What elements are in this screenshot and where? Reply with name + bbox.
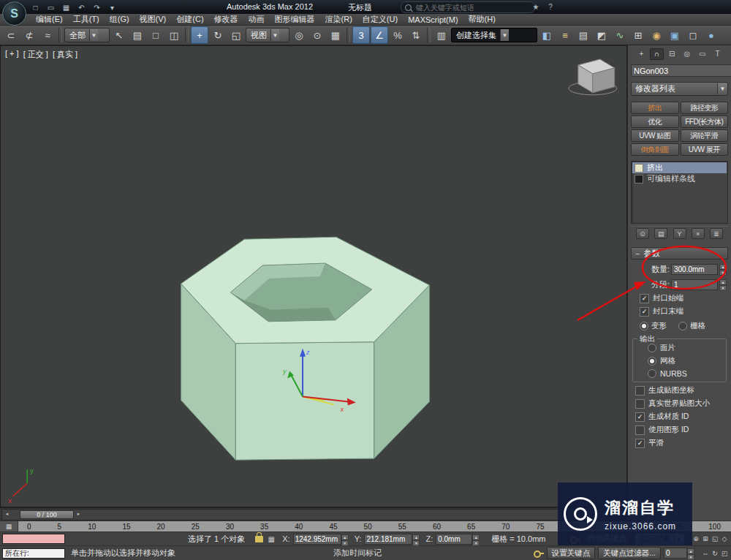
macro-recorder-field[interactable] xyxy=(2,534,65,544)
viewport-menu-shading[interactable]: [ 真实 ] xyxy=(53,49,77,60)
set-keys-icon[interactable] xyxy=(570,536,580,542)
unlink-selection-icon[interactable]: ⊄ xyxy=(20,26,38,44)
menu-help[interactable]: 帮助(H) xyxy=(463,13,501,26)
amount-field[interactable] xyxy=(671,264,718,275)
check-row[interactable]: 生成贴图坐标 xyxy=(635,385,728,396)
align-icon[interactable]: ≡ xyxy=(556,26,574,44)
search-input[interactable] xyxy=(414,3,531,12)
time-slider-track[interactable]: ◄ 0 / 100 ► xyxy=(1,509,626,521)
menu-edit[interactable]: 编辑(E) xyxy=(31,13,68,26)
show-end-result-icon[interactable]: ▤ xyxy=(654,228,667,239)
fov-icon[interactable]: ◇ xyxy=(720,534,729,545)
menu-group[interactable]: 组(G) xyxy=(105,13,135,26)
radio-row[interactable]: NURBS xyxy=(648,369,726,378)
select-object-icon[interactable]: ↖ xyxy=(110,26,128,44)
modifier-button-2[interactable]: 优化 xyxy=(631,116,679,128)
previous-frame-icon[interactable]: ◄ xyxy=(4,511,10,518)
modifier-list-dropdown[interactable]: 修改器列表 ▼ xyxy=(631,82,728,96)
save-file-icon[interactable]: ▦ xyxy=(60,1,72,14)
named-selection-combo[interactable]: 创建选择集▼ xyxy=(451,28,537,42)
application-menu-button[interactable]: S xyxy=(2,1,26,26)
modifier-button-7[interactable]: UVW 展开 xyxy=(681,143,729,156)
viewport[interactable]: z x y x y [ + xyxy=(0,45,627,507)
project-menu-icon[interactable]: ▾ xyxy=(106,1,118,14)
add-time-tag-button[interactable]: 添加时间标记 xyxy=(333,548,382,559)
listener-field[interactable]: 所在行: xyxy=(2,548,65,559)
rendered-frame-icon[interactable]: ◻ xyxy=(684,26,702,44)
snap-toggle-3d-icon[interactable]: 3 xyxy=(352,26,370,44)
open-file-icon[interactable]: ▭ xyxy=(45,1,57,14)
frame-number-field[interactable] xyxy=(664,548,687,559)
select-by-name-icon[interactable]: ▤ xyxy=(129,26,146,44)
z-coord-field[interactable] xyxy=(436,534,472,545)
schematic-view-icon[interactable]: ⊞ xyxy=(629,26,647,44)
spinner-arrows[interactable]: ▲▼ xyxy=(412,534,420,544)
make-unique-icon[interactable]: Y xyxy=(673,228,686,239)
check-row[interactable]: ✓封口末端 xyxy=(640,306,728,317)
ribbon-toggle-icon[interactable]: ◩ xyxy=(593,26,610,44)
new-scene-icon[interactable]: □ xyxy=(29,1,42,14)
mirror-icon[interactable]: ◧ xyxy=(538,26,556,44)
modifier-button-4[interactable]: UVW 贴图 xyxy=(631,129,679,142)
tab-create[interactable]: + xyxy=(635,48,648,60)
track-bar[interactable]: ▦ 05101520253035404550556065707580859095… xyxy=(0,521,731,532)
parameters-rollout-header[interactable]: − 参数 xyxy=(631,247,728,260)
radio-item[interactable]: 变形 xyxy=(640,321,667,331)
help-icon[interactable]: ? xyxy=(545,1,556,12)
check-row[interactable]: 真实世界贴图大小 xyxy=(635,398,728,409)
modifier-stack[interactable]: 挤出可编辑样条线 xyxy=(631,161,728,224)
spinner-arrows[interactable]: ▲▼ xyxy=(687,548,694,558)
modifier-stack-item[interactable]: 挤出 xyxy=(632,162,727,173)
tab-display[interactable]: ▭ xyxy=(695,48,709,60)
object-name-field[interactable] xyxy=(631,64,731,77)
spinner-arrows[interactable]: ▲▼ xyxy=(719,279,727,290)
key-filters-button[interactable]: 关键点过滤器... xyxy=(598,547,661,559)
check-row[interactable]: 使用图形 ID xyxy=(635,425,728,435)
auto-key-button[interactable]: 自动关键点 xyxy=(583,533,632,545)
star-icon[interactable]: ★ xyxy=(531,1,541,12)
layer-manager-icon[interactable]: ▤ xyxy=(575,26,592,44)
ngon-object[interactable] xyxy=(181,237,430,460)
zoom-extents-icon[interactable]: ◱ xyxy=(711,534,719,545)
modifier-visibility-icon[interactable] xyxy=(635,164,643,173)
radio-item[interactable]: 栅格 xyxy=(678,321,705,331)
tab-utilities[interactable]: T xyxy=(711,48,724,60)
menu-maxscript[interactable]: MAXScript(M) xyxy=(403,15,463,25)
render-production-icon[interactable]: ● xyxy=(702,26,720,44)
viewport-menu-plus[interactable]: [ + ] xyxy=(5,49,19,60)
zoom-icon[interactable]: ⊕ xyxy=(692,534,700,545)
radio-row[interactable]: 网格 xyxy=(648,356,726,366)
maximize-viewport-icon[interactable]: ◰ xyxy=(720,548,729,559)
keyboard-override-icon[interactable]: ▦ xyxy=(327,26,344,44)
modifier-button-5[interactable]: 涡轮平滑 xyxy=(681,129,729,142)
select-and-rotate-icon[interactable]: ↻ xyxy=(209,26,227,44)
edit-named-selections-icon[interactable]: ▥ xyxy=(433,26,450,44)
spinner-down-icon[interactable]: ▼ xyxy=(719,285,727,291)
tab-modify[interactable]: ∩ xyxy=(650,48,664,60)
undo-icon[interactable]: ↶ xyxy=(75,1,88,14)
render-setup-icon[interactable]: ▣ xyxy=(666,26,683,44)
modifier-stack-item[interactable]: 可编辑样条线 xyxy=(632,173,727,184)
modifier-button-0[interactable]: 挤出 xyxy=(631,102,679,114)
radio-row[interactable]: 面片 xyxy=(648,343,726,353)
orbit-icon[interactable]: ↻ xyxy=(711,548,719,559)
spinner-arrows[interactable]: ▲▼ xyxy=(472,534,480,544)
percent-snap-icon[interactable]: % xyxy=(389,26,406,44)
spinner-snap-icon[interactable]: ⇅ xyxy=(407,26,425,44)
tab-motion[interactable]: ◎ xyxy=(680,48,694,60)
curve-editor-icon[interactable]: ∿ xyxy=(611,26,629,44)
window-crossing-icon[interactable]: ◫ xyxy=(165,26,183,44)
spinner-down-icon[interactable]: ▼ xyxy=(719,270,727,276)
x-coord-field[interactable] xyxy=(293,534,341,545)
viewport-menu-pov[interactable]: [ 正交 ] xyxy=(23,49,48,60)
modifier-button-1[interactable]: 路径变形 xyxy=(681,102,729,114)
use-pivot-center-icon[interactable]: ◎ xyxy=(290,26,308,44)
menu-tools[interactable]: 工具(T) xyxy=(68,13,105,26)
modifier-visibility-icon[interactable] xyxy=(635,175,643,183)
check-row[interactable]: ✓平滑 xyxy=(635,438,728,448)
configure-modifier-sets-icon[interactable]: ≣ xyxy=(710,228,723,239)
bind-to-space-warp-icon[interactable]: ≈ xyxy=(39,26,56,44)
pan-icon[interactable]: ⇔ xyxy=(701,548,710,559)
pin-stack-icon[interactable]: ⊙ xyxy=(636,228,649,239)
time-slider-handle[interactable]: 0 / 100 xyxy=(20,510,74,519)
